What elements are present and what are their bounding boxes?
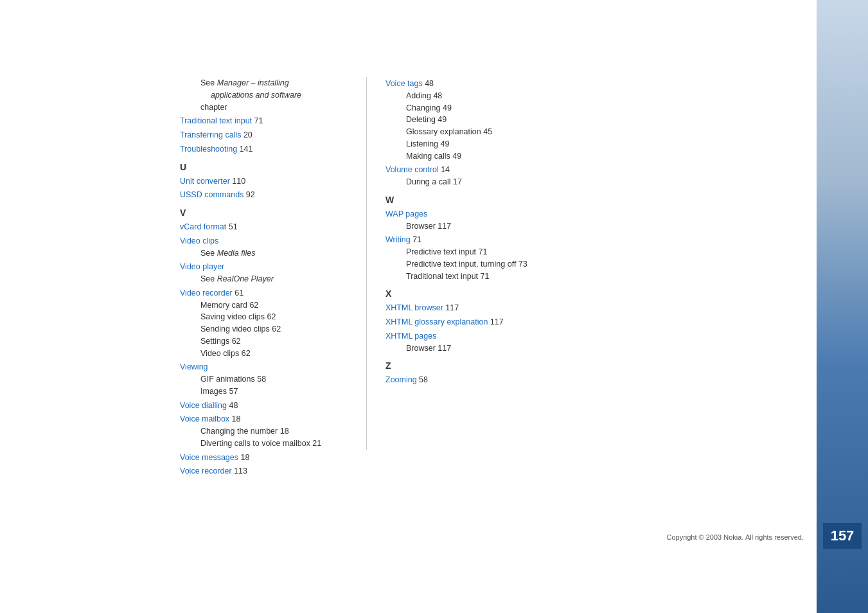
entry-link-vcard[interactable]: vCard format: [180, 222, 226, 231]
intro-see-line: See Manager – installing applications an…: [180, 77, 360, 113]
list-item: USSD commands 92: [180, 188, 360, 201]
intro-line-2: applications and software: [180, 89, 360, 102]
entry-link-zooming[interactable]: Zooming: [385, 375, 417, 384]
sub-entry: Changing the number 18: [180, 425, 360, 438]
entry-link-viewing[interactable]: Viewing: [180, 362, 208, 371]
list-item: Unit converter 110: [180, 175, 360, 188]
list-item: Traditional text input 71: [180, 114, 360, 127]
section-voice-tags: Voice tags 48 Adding 48 Changing 49 Dele…: [385, 77, 565, 188]
list-item: Voice mailbox 18 Changing the number 18 …: [180, 413, 360, 449]
list-item: XHTML glossary explanation 117: [385, 315, 565, 328]
letter-z: Z: [385, 360, 565, 371]
list-item: Volume control 14 During a call 17: [385, 163, 565, 188]
entry-number: 48: [423, 79, 434, 88]
sub-entry: GIF animations 58: [180, 373, 360, 386]
sub-entry: Browser 117: [385, 342, 565, 355]
sub-entry: Images 57: [180, 386, 360, 398]
sub-entry: Adding 48: [385, 90, 565, 102]
entry-link-voice-dialling[interactable]: Voice dialling: [180, 401, 227, 410]
sub-entry: Diverting calls to voice mailbox 21: [180, 438, 360, 450]
sub-entry: Video clips 62: [180, 348, 360, 360]
letter-u: U: [180, 162, 360, 172]
sub-entry: Deleting 49: [385, 114, 565, 126]
entry-link-transferring[interactable]: Transferring calls: [180, 130, 241, 139]
entry-number: 113: [232, 466, 247, 475]
page-number: 157: [831, 528, 855, 544]
entry-link-video-clips[interactable]: Video clips: [180, 236, 218, 245]
entry-number: 117: [443, 303, 459, 312]
entry-link-xhtml-browser[interactable]: XHTML browser: [385, 303, 443, 312]
entry-link-voice-mailbox[interactable]: Voice mailbox: [180, 414, 229, 423]
entry-link-voice-tags[interactable]: Voice tags: [385, 79, 423, 88]
list-item: vCard format 51: [180, 220, 360, 233]
intro-line-1: See Manager – installing: [180, 77, 360, 89]
entry-number: 20: [241, 130, 252, 139]
entry-link-ussd[interactable]: USSD commands: [180, 190, 244, 199]
entry-number: 71: [252, 116, 263, 125]
list-item: Video player See RealOne Player: [180, 260, 360, 285]
entry-link-xhtml-pages[interactable]: XHTML pages: [385, 332, 436, 341]
entry-number: 58: [417, 375, 428, 384]
entry-link-writing[interactable]: Writing: [385, 235, 411, 244]
letter-x: X: [385, 289, 565, 299]
entry-number: 61: [233, 289, 244, 298]
entry-number: 18: [229, 414, 240, 423]
list-item: Voice recorder 113: [180, 465, 360, 477]
list-item: Video recorder 61 Memory card 62 Saving …: [180, 287, 360, 360]
sub-entry: See Media files: [180, 247, 360, 260]
sub-entry: Glossary explanation 45: [385, 126, 565, 138]
entry-number: 117: [488, 317, 503, 326]
sub-entry: Sending video clips 62: [180, 323, 360, 335]
sub-entry: Browser 117: [385, 220, 565, 233]
decorative-bar: [817, 0, 868, 613]
entry-number: 48: [227, 401, 238, 410]
entry-link-voice-messages[interactable]: Voice messages: [180, 453, 238, 462]
two-column-layout: See Manager – installing applications an…: [180, 77, 630, 483]
entry-link-troubleshooting[interactable]: Troubleshooting: [180, 145, 237, 154]
entry-number: 51: [226, 222, 237, 231]
sub-entry: Making calls 49: [385, 150, 565, 163]
list-item: Troubleshooting 141: [180, 143, 360, 155]
entry-link-xhtml-glossary[interactable]: XHTML glossary explanation: [385, 317, 488, 326]
entry-number: 110: [230, 177, 245, 186]
entry-link-wap-pages[interactable]: WAP pages: [385, 209, 427, 218]
list-item: WAP pages Browser 117: [385, 208, 565, 233]
page-container: 157 Copyright © 2003 Nokia. All rights r…: [0, 0, 868, 613]
entry-link-traditional[interactable]: Traditional text input: [180, 116, 252, 125]
entry-number: 141: [237, 145, 252, 154]
entry-number: 18: [238, 453, 249, 462]
letter-w: W: [385, 195, 565, 205]
section-v: V vCard format 51 Video clips See Media …: [180, 208, 360, 477]
entry-link-volume-control[interactable]: Volume control: [385, 165, 439, 174]
sub-entry: Changing 49: [385, 102, 565, 114]
column-divider: [366, 77, 367, 450]
copyright-text: Copyright © 2003 Nokia. All rights reser…: [666, 533, 804, 541]
entry-link-voice-recorder[interactable]: Voice recorder: [180, 466, 232, 475]
letter-v: V: [180, 208, 360, 218]
list-item: Zooming 58: [385, 373, 565, 386]
sub-entry: Predictive text input, turning off 73: [385, 258, 565, 271]
sub-entry: Listening 49: [385, 138, 565, 150]
entry-number: 14: [439, 165, 450, 174]
sub-entry: During a call 17: [385, 176, 565, 188]
list-item: XHTML browser 117: [385, 301, 565, 314]
sub-entry: Memory card 62: [180, 299, 360, 312]
entry-link-unit-converter[interactable]: Unit converter: [180, 177, 230, 186]
sub-entry: See RealOne Player: [180, 273, 360, 285]
sub-entry: Settings 62: [180, 335, 360, 348]
entry-number: 71: [411, 235, 421, 244]
left-column: See Manager – installing applications an…: [180, 77, 360, 483]
list-item: XHTML pages Browser 117: [385, 330, 565, 355]
sub-entry: Saving video clips 62: [180, 311, 360, 323]
list-item: Viewing GIF animations 58 Images 57: [180, 360, 360, 397]
list-item: Voice messages 18: [180, 451, 360, 464]
section-u: U Unit converter 110 USSD commands 92: [180, 162, 360, 202]
entry-link-video-recorder[interactable]: Video recorder: [180, 289, 233, 298]
list-item: Transferring calls 20: [180, 129, 360, 141]
list-item: Voice tags 48 Adding 48 Changing 49 Dele…: [385, 77, 565, 162]
entry-number: 92: [244, 190, 254, 199]
sub-entry: Traditional text input 71: [385, 271, 565, 283]
section-w: W WAP pages Browser 117 Writing 71 Predi…: [385, 195, 565, 283]
list-item: Writing 71 Predictive text input 71 Pred…: [385, 233, 565, 282]
entry-link-video-player[interactable]: Video player: [180, 262, 224, 271]
